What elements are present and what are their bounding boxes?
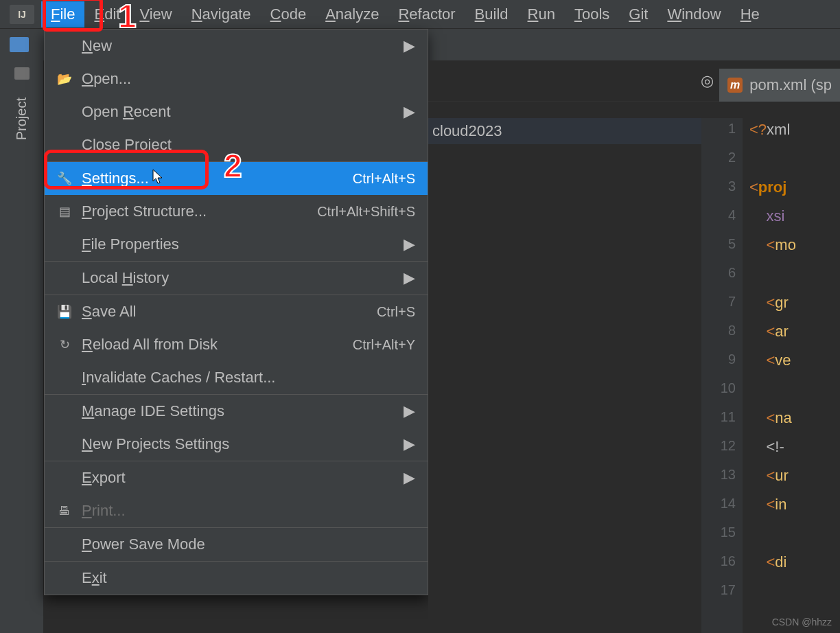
submenu-arrow-icon: ▶ bbox=[404, 235, 415, 253]
menu-item-project-structure[interactable]: ▤Project Structure...Ctrl+Alt+Shift+S bbox=[45, 195, 428, 228]
menu-item-print: 🖶Print... bbox=[45, 494, 428, 527]
file-menu-dropdown: New▶📂Open...Open Recent▶Close Project🔧Se… bbox=[44, 29, 428, 595]
menu-item-label: Reload All from Disk bbox=[82, 336, 353, 354]
gutter-line-number: 10 bbox=[701, 380, 736, 409]
menu-item-refactor[interactable]: Refactor bbox=[388, 1, 465, 27]
folder-open-icon: 📂 bbox=[57, 71, 72, 87]
menu-item-he[interactable]: He bbox=[731, 1, 769, 27]
target-icon[interactable]: ◎ bbox=[701, 72, 714, 90]
code-line[interactable]: <ar bbox=[749, 323, 840, 352]
gutter-line-number: 9 bbox=[701, 352, 736, 380]
gutter-line-number: 13 bbox=[701, 467, 736, 496]
menu-item-git[interactable]: Git bbox=[619, 1, 657, 27]
code-line[interactable]: <proj bbox=[749, 179, 840, 207]
editor-content[interactable]: <?xml<proj xsi <mo <gr <ar <ve <na <!- <… bbox=[743, 118, 840, 633]
menu-item-label: Local History bbox=[82, 269, 415, 287]
code-line[interactable] bbox=[749, 525, 840, 553]
menu-item-shortcut: Ctrl+Alt+Y bbox=[353, 337, 415, 353]
project-tool-window-tab[interactable]: Project bbox=[0, 60, 44, 633]
menu-item-run[interactable]: Run bbox=[518, 1, 565, 27]
code-line[interactable]: <di bbox=[749, 553, 840, 582]
menu-item-view[interactable]: View bbox=[130, 1, 181, 27]
menu-item-label: Power Save Mode bbox=[82, 536, 415, 553]
print-icon: 🖶 bbox=[57, 503, 72, 518]
callout-box-2 bbox=[44, 150, 209, 189]
code-line[interactable]: <in bbox=[749, 496, 840, 525]
menu-item-label: Manage IDE Settings bbox=[82, 402, 415, 420]
menu-item-local-history[interactable]: Local History▶ bbox=[45, 262, 428, 295]
menu-item-build[interactable]: Build bbox=[465, 1, 518, 27]
gutter-line-number: 6 bbox=[701, 265, 736, 294]
menu-item-manage-ide-settings[interactable]: Manage IDE Settings▶ bbox=[45, 395, 428, 428]
watermark: CSDN @hhzz bbox=[772, 617, 832, 628]
gutter-line-number: 15 bbox=[701, 525, 736, 553]
code-line[interactable]: <gr bbox=[749, 294, 840, 323]
code-line[interactable]: <ve bbox=[749, 352, 840, 380]
code-line[interactable]: xsi bbox=[749, 207, 840, 236]
menu-item-open-recent[interactable]: Open Recent▶ bbox=[45, 95, 428, 128]
menu-item-shortcut: Ctrl+Alt+Shift+S bbox=[317, 204, 415, 220]
menu-item-label: Export bbox=[82, 469, 415, 487]
gutter-line-number: 8 bbox=[701, 323, 736, 352]
reload-icon: ↻ bbox=[57, 337, 72, 352]
code-line[interactable] bbox=[749, 380, 840, 409]
gutter-line-number: 3 bbox=[701, 179, 736, 207]
gutter-line-number: 11 bbox=[701, 409, 736, 438]
gutter-line-number: 1 bbox=[701, 121, 736, 150]
code-line[interactable] bbox=[749, 582, 840, 611]
gutter-line-number: 7 bbox=[701, 294, 736, 323]
menu-item-export[interactable]: Export▶ bbox=[45, 461, 428, 494]
menu-item-label: Save All bbox=[82, 303, 377, 321]
project-tree-selected-row[interactable]: cloud2023 bbox=[428, 118, 703, 144]
menu-item-label: Open... bbox=[82, 70, 415, 88]
code-editor[interactable]: 1234567891011121314151617 <?xml<proj xsi… bbox=[701, 118, 840, 633]
project-tool-window-label: Project bbox=[14, 97, 30, 140]
menu-item-code[interactable]: Code bbox=[261, 1, 316, 27]
code-line[interactable]: <ur bbox=[749, 467, 840, 496]
code-line[interactable]: <!- bbox=[749, 438, 840, 467]
app-logo: IJ bbox=[10, 5, 34, 24]
menu-item-tools[interactable]: Tools bbox=[565, 1, 619, 27]
code-line[interactable]: <?xml bbox=[749, 121, 840, 150]
gutter-line-number: 14 bbox=[701, 496, 736, 525]
menu-item-label: Print... bbox=[82, 502, 415, 520]
editor-tab-active[interactable]: m pom.xml (sp bbox=[719, 69, 840, 102]
menu-item-save-all[interactable]: 💾Save AllCtrl+S bbox=[45, 295, 428, 328]
maven-file-icon: m bbox=[727, 78, 743, 93]
menu-item-label: Invalidate Caches / Restart... bbox=[82, 369, 415, 387]
project-folder-icon[interactable] bbox=[10, 37, 29, 52]
menu-item-label: Project Structure... bbox=[82, 203, 317, 220]
code-line[interactable]: <na bbox=[749, 409, 840, 438]
project-structure-icon: ▤ bbox=[57, 204, 72, 219]
callout-box-1 bbox=[43, 0, 103, 32]
callout-2: 2 bbox=[224, 147, 242, 185]
menu-item-label: Open Recent bbox=[82, 103, 415, 121]
mouse-cursor-icon bbox=[152, 169, 163, 184]
menu-item-shortcut: Ctrl+Alt+S bbox=[353, 171, 415, 187]
gutter-line-number: 5 bbox=[701, 236, 736, 265]
menu-item-new[interactable]: New▶ bbox=[45, 30, 428, 62]
menu-item-analyze[interactable]: Analyze bbox=[316, 1, 388, 27]
submenu-arrow-icon: ▶ bbox=[404, 37, 415, 55]
gutter-line-number: 4 bbox=[701, 207, 736, 236]
menu-item-new-projects-settings[interactable]: New Projects Settings▶ bbox=[45, 428, 428, 461]
menu-item-power-save-mode[interactable]: Power Save Mode bbox=[45, 528, 428, 561]
menu-item-window[interactable]: Window bbox=[657, 1, 730, 27]
menu-item-open[interactable]: 📂Open... bbox=[45, 62, 428, 95]
callout-1: 1 bbox=[118, 0, 137, 35]
submenu-arrow-icon: ▶ bbox=[404, 269, 415, 287]
menu-item-file-properties[interactable]: File Properties▶ bbox=[45, 228, 428, 261]
gutter-line-number: 2 bbox=[701, 150, 736, 179]
menu-item-exit[interactable]: Exit bbox=[45, 562, 428, 595]
project-tree-item-label: cloud2023 bbox=[432, 122, 502, 140]
submenu-arrow-icon: ▶ bbox=[404, 469, 415, 487]
code-line[interactable] bbox=[749, 150, 840, 179]
code-line[interactable]: <mo bbox=[749, 236, 840, 265]
menu-item-invalidate-caches-restart[interactable]: Invalidate Caches / Restart... bbox=[45, 361, 428, 394]
menu-item-label: New Projects Settings bbox=[82, 435, 415, 453]
code-line[interactable] bbox=[749, 265, 840, 294]
menu-item-reload-all-from-disk[interactable]: ↻Reload All from DiskCtrl+Alt+Y bbox=[45, 328, 428, 361]
menu-item-navigate[interactable]: Navigate bbox=[182, 1, 261, 27]
submenu-arrow-icon: ▶ bbox=[404, 435, 415, 453]
gutter-line-number: 12 bbox=[701, 438, 736, 467]
